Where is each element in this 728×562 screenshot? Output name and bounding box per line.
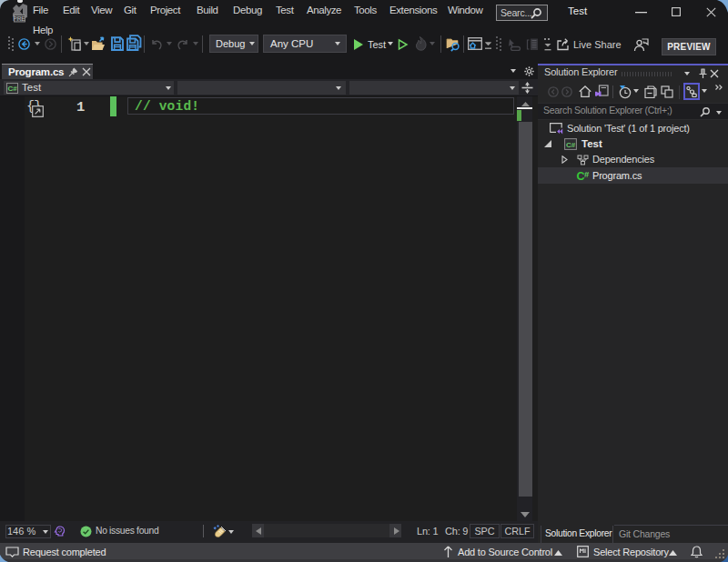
svg-text:#: # xyxy=(584,169,590,179)
svg-text:C#: C# xyxy=(7,85,17,93)
svg-text:C#: C# xyxy=(566,141,576,149)
svg-text:PRE: PRE xyxy=(13,15,25,22)
